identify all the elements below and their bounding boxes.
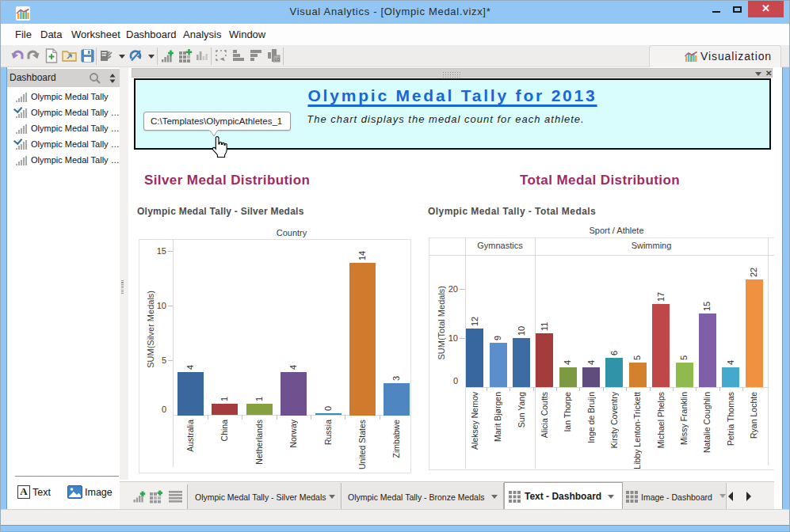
svg-text:LO: LO: [275, 57, 281, 62]
